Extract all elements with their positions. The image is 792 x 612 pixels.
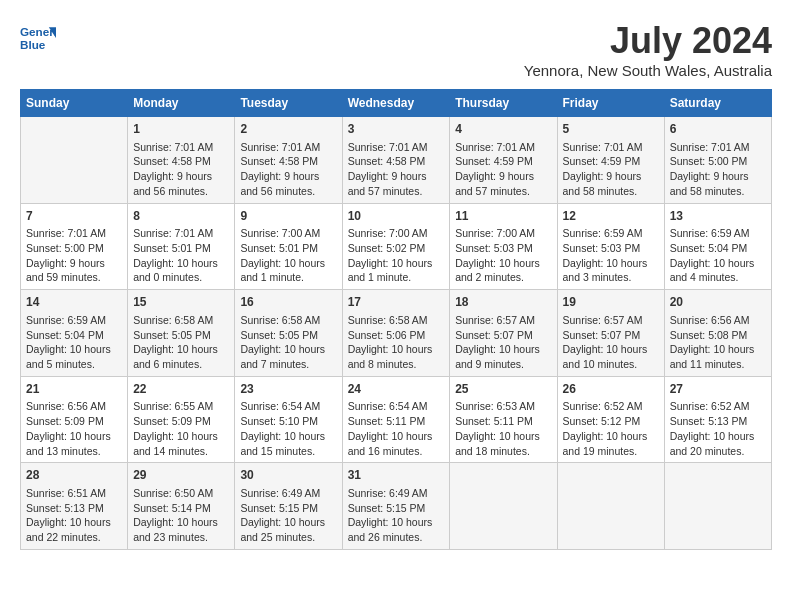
calendar-row-4: 28Sunrise: 6:51 AMSunset: 5:13 PMDayligh… — [21, 463, 772, 550]
calendar-cell — [450, 463, 557, 550]
header-saturday: Saturday — [664, 90, 771, 117]
calendar-cell: 2Sunrise: 7:01 AMSunset: 4:58 PMDaylight… — [235, 117, 342, 204]
day-info: Sunrise: 7:00 AMSunset: 5:01 PMDaylight:… — [240, 226, 336, 285]
day-number: 26 — [563, 381, 659, 398]
calendar-row-0: 1Sunrise: 7:01 AMSunset: 4:58 PMDaylight… — [21, 117, 772, 204]
header-sunday: Sunday — [21, 90, 128, 117]
day-number: 27 — [670, 381, 766, 398]
month-title: July 2024 — [524, 20, 772, 62]
calendar-cell: 28Sunrise: 6:51 AMSunset: 5:13 PMDayligh… — [21, 463, 128, 550]
calendar-cell: 19Sunrise: 6:57 AMSunset: 5:07 PMDayligh… — [557, 290, 664, 377]
header-wednesday: Wednesday — [342, 90, 450, 117]
day-number: 9 — [240, 208, 336, 225]
day-number: 2 — [240, 121, 336, 138]
title-block: July 2024 Yennora, New South Wales, Aust… — [524, 20, 772, 79]
day-info: Sunrise: 7:01 AMSunset: 4:58 PMDaylight:… — [348, 140, 445, 199]
calendar-cell: 24Sunrise: 6:54 AMSunset: 5:11 PMDayligh… — [342, 376, 450, 463]
calendar-cell: 5Sunrise: 7:01 AMSunset: 4:59 PMDaylight… — [557, 117, 664, 204]
day-number: 17 — [348, 294, 445, 311]
day-number: 24 — [348, 381, 445, 398]
day-number: 31 — [348, 467, 445, 484]
day-number: 30 — [240, 467, 336, 484]
day-number: 23 — [240, 381, 336, 398]
calendar-cell: 16Sunrise: 6:58 AMSunset: 5:05 PMDayligh… — [235, 290, 342, 377]
header-tuesday: Tuesday — [235, 90, 342, 117]
day-info: Sunrise: 6:54 AMSunset: 5:11 PMDaylight:… — [348, 399, 445, 458]
day-info: Sunrise: 6:56 AMSunset: 5:08 PMDaylight:… — [670, 313, 766, 372]
day-info: Sunrise: 7:01 AMSunset: 4:59 PMDaylight:… — [455, 140, 551, 199]
calendar-cell: 13Sunrise: 6:59 AMSunset: 5:04 PMDayligh… — [664, 203, 771, 290]
calendar-cell: 21Sunrise: 6:56 AMSunset: 5:09 PMDayligh… — [21, 376, 128, 463]
svg-text:General: General — [20, 25, 56, 38]
calendar-header-row: Sunday Monday Tuesday Wednesday Thursday… — [21, 90, 772, 117]
header-friday: Friday — [557, 90, 664, 117]
day-info: Sunrise: 6:49 AMSunset: 5:15 PMDaylight:… — [348, 486, 445, 545]
day-number: 13 — [670, 208, 766, 225]
day-info: Sunrise: 7:01 AMSunset: 4:59 PMDaylight:… — [563, 140, 659, 199]
day-info: Sunrise: 6:57 AMSunset: 5:07 PMDaylight:… — [563, 313, 659, 372]
day-info: Sunrise: 6:56 AMSunset: 5:09 PMDaylight:… — [26, 399, 122, 458]
logo-icon: General Blue — [20, 20, 56, 56]
day-number: 14 — [26, 294, 122, 311]
calendar-cell — [664, 463, 771, 550]
calendar-cell: 31Sunrise: 6:49 AMSunset: 5:15 PMDayligh… — [342, 463, 450, 550]
day-info: Sunrise: 7:01 AMSunset: 5:00 PMDaylight:… — [26, 226, 122, 285]
day-number: 8 — [133, 208, 229, 225]
day-info: Sunrise: 6:49 AMSunset: 5:15 PMDaylight:… — [240, 486, 336, 545]
calendar-cell: 9Sunrise: 7:00 AMSunset: 5:01 PMDaylight… — [235, 203, 342, 290]
calendar-row-2: 14Sunrise: 6:59 AMSunset: 5:04 PMDayligh… — [21, 290, 772, 377]
day-number: 7 — [26, 208, 122, 225]
calendar-cell: 3Sunrise: 7:01 AMSunset: 4:58 PMDaylight… — [342, 117, 450, 204]
calendar-cell: 4Sunrise: 7:01 AMSunset: 4:59 PMDaylight… — [450, 117, 557, 204]
page-header: General Blue July 2024 Yennora, New Sout… — [20, 20, 772, 79]
day-info: Sunrise: 6:54 AMSunset: 5:10 PMDaylight:… — [240, 399, 336, 458]
day-info: Sunrise: 6:50 AMSunset: 5:14 PMDaylight:… — [133, 486, 229, 545]
day-number: 15 — [133, 294, 229, 311]
day-number: 1 — [133, 121, 229, 138]
day-number: 20 — [670, 294, 766, 311]
calendar-cell: 15Sunrise: 6:58 AMSunset: 5:05 PMDayligh… — [128, 290, 235, 377]
day-number: 11 — [455, 208, 551, 225]
day-number: 10 — [348, 208, 445, 225]
calendar-cell: 17Sunrise: 6:58 AMSunset: 5:06 PMDayligh… — [342, 290, 450, 377]
calendar-row-1: 7Sunrise: 7:01 AMSunset: 5:00 PMDaylight… — [21, 203, 772, 290]
day-info: Sunrise: 6:58 AMSunset: 5:05 PMDaylight:… — [240, 313, 336, 372]
day-number: 5 — [563, 121, 659, 138]
calendar-cell: 25Sunrise: 6:53 AMSunset: 5:11 PMDayligh… — [450, 376, 557, 463]
day-info: Sunrise: 6:58 AMSunset: 5:06 PMDaylight:… — [348, 313, 445, 372]
day-number: 22 — [133, 381, 229, 398]
day-info: Sunrise: 7:01 AMSunset: 4:58 PMDaylight:… — [240, 140, 336, 199]
calendar-cell: 27Sunrise: 6:52 AMSunset: 5:13 PMDayligh… — [664, 376, 771, 463]
day-info: Sunrise: 6:59 AMSunset: 5:04 PMDaylight:… — [670, 226, 766, 285]
logo: General Blue — [20, 20, 56, 56]
day-info: Sunrise: 6:59 AMSunset: 5:04 PMDaylight:… — [26, 313, 122, 372]
day-info: Sunrise: 7:01 AMSunset: 5:00 PMDaylight:… — [670, 140, 766, 199]
calendar-cell: 22Sunrise: 6:55 AMSunset: 5:09 PMDayligh… — [128, 376, 235, 463]
day-number: 25 — [455, 381, 551, 398]
day-number: 28 — [26, 467, 122, 484]
svg-text:Blue: Blue — [20, 38, 46, 51]
calendar-cell: 11Sunrise: 7:00 AMSunset: 5:03 PMDayligh… — [450, 203, 557, 290]
day-info: Sunrise: 7:00 AMSunset: 5:02 PMDaylight:… — [348, 226, 445, 285]
day-info: Sunrise: 6:52 AMSunset: 5:13 PMDaylight:… — [670, 399, 766, 458]
day-info: Sunrise: 7:00 AMSunset: 5:03 PMDaylight:… — [455, 226, 551, 285]
header-thursday: Thursday — [450, 90, 557, 117]
day-info: Sunrise: 6:58 AMSunset: 5:05 PMDaylight:… — [133, 313, 229, 372]
day-info: Sunrise: 6:57 AMSunset: 5:07 PMDaylight:… — [455, 313, 551, 372]
day-number: 4 — [455, 121, 551, 138]
calendar-cell: 20Sunrise: 6:56 AMSunset: 5:08 PMDayligh… — [664, 290, 771, 377]
location-title: Yennora, New South Wales, Australia — [524, 62, 772, 79]
day-info: Sunrise: 6:59 AMSunset: 5:03 PMDaylight:… — [563, 226, 659, 285]
calendar-cell: 12Sunrise: 6:59 AMSunset: 5:03 PMDayligh… — [557, 203, 664, 290]
day-number: 18 — [455, 294, 551, 311]
header-monday: Monday — [128, 90, 235, 117]
day-info: Sunrise: 6:53 AMSunset: 5:11 PMDaylight:… — [455, 399, 551, 458]
day-number: 6 — [670, 121, 766, 138]
calendar-row-3: 21Sunrise: 6:56 AMSunset: 5:09 PMDayligh… — [21, 376, 772, 463]
day-number: 29 — [133, 467, 229, 484]
calendar-cell: 30Sunrise: 6:49 AMSunset: 5:15 PMDayligh… — [235, 463, 342, 550]
calendar-cell: 1Sunrise: 7:01 AMSunset: 4:58 PMDaylight… — [128, 117, 235, 204]
calendar-cell: 18Sunrise: 6:57 AMSunset: 5:07 PMDayligh… — [450, 290, 557, 377]
day-number: 16 — [240, 294, 336, 311]
calendar-cell: 7Sunrise: 7:01 AMSunset: 5:00 PMDaylight… — [21, 203, 128, 290]
